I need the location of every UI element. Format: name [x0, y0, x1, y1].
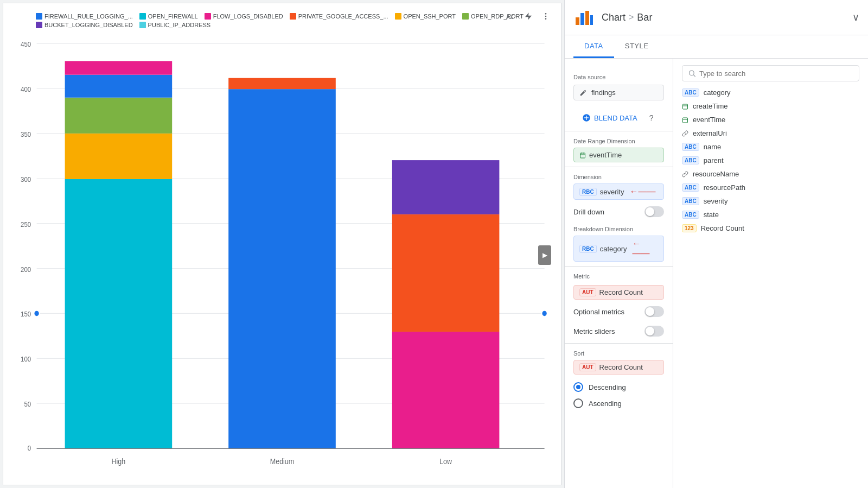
metric-chip[interactable]: AUT Record Count: [573, 285, 664, 300]
available-fields-panel: ABC category createTime eventTime extern…: [673, 59, 868, 488]
sort-label: Sort: [573, 350, 664, 357]
field-item-parent[interactable]: ABC parent: [678, 154, 864, 167]
chart-svg-wrapper: 450 400 350 300 250 200 150 100 50 0: [9, 30, 556, 479]
bolt-icon[interactable]: [522, 10, 535, 23]
ascending-radio[interactable]: [573, 398, 583, 408]
legend-item: PRIVATE_GOOGLE_ACCESS_...: [290, 13, 388, 20]
optional-metrics-toggle[interactable]: [644, 306, 664, 317]
svg-text:AZ: AZ: [506, 14, 514, 20]
field-type-badge: 123: [682, 224, 697, 232]
descending-label: Descending: [589, 383, 626, 391]
field-item-record-count[interactable]: 123 Record Count: [678, 221, 864, 235]
data-source-chip[interactable]: findings: [573, 85, 664, 100]
help-icon[interactable]: ?: [649, 113, 654, 122]
breakdown-value: category: [600, 245, 627, 253]
metric-sliders-label: Metric sliders: [573, 327, 615, 335]
field-type-badge: ABC: [682, 197, 699, 205]
right-panel: Chart > Bar ∨ DATA STYLE Data source fin…: [564, 0, 868, 488]
az-icon[interactable]: AZ: [505, 10, 518, 23]
svg-text:High: High: [112, 457, 126, 466]
sort-chip[interactable]: AUT Record Count: [573, 360, 664, 375]
ascending-radio-row[interactable]: Ascending: [565, 395, 673, 411]
svg-text:350: 350: [21, 130, 31, 138]
search-icon: [688, 69, 696, 78]
legend-item: BUCKET_LOGGING_DISABLED: [36, 22, 133, 28]
expand-icon[interactable]: ∨: [852, 11, 859, 23]
tab-style[interactable]: STYLE: [614, 35, 660, 58]
field-type-badge: ABC: [682, 143, 699, 151]
svg-rect-25: [65, 179, 173, 448]
more-icon[interactable]: [539, 10, 552, 23]
svg-rect-27: [65, 98, 173, 134]
dimension-section: Dimension RBC severity ←——: [565, 169, 673, 202]
chart-type: Bar: [637, 12, 652, 23]
field-item-name[interactable]: ABC name: [678, 140, 864, 154]
field-item-category[interactable]: ABC category: [678, 86, 864, 99]
svg-rect-34: [392, 160, 500, 214]
divider: [565, 343, 673, 344]
date-range-value: eventTime: [589, 151, 622, 159]
sort-section: Sort AUT Record Count: [565, 346, 673, 379]
title-separator: >: [629, 12, 634, 22]
field-item-resourcepath[interactable]: ABC resourcePath: [678, 181, 864, 194]
svg-text:200: 200: [21, 265, 31, 274]
field-type-badge: ABC: [682, 211, 699, 219]
toggle-knob: [646, 327, 654, 335]
field-item-eventtime[interactable]: eventTime: [678, 113, 864, 126]
field-item-externaluri[interactable]: externalUri: [678, 126, 864, 140]
breakdown-section: Breakdown Dimension RBC category ←——: [565, 221, 673, 264]
field-item-severity[interactable]: ABC severity: [678, 194, 864, 208]
metric-type-badge: AUT: [579, 288, 596, 296]
svg-text:150: 150: [21, 310, 31, 319]
dimension-chip[interactable]: RBC severity ←——: [573, 183, 664, 200]
svg-rect-44: [590, 15, 593, 25]
field-item-createtime[interactable]: createTime: [678, 99, 864, 113]
svg-rect-33: [392, 214, 500, 332]
svg-point-39: [34, 310, 39, 316]
chart-nav-button[interactable]: ▶: [538, 245, 551, 265]
svg-rect-29: [65, 61, 173, 74]
svg-text:450: 450: [21, 40, 31, 48]
svg-text:100: 100: [21, 356, 31, 364]
bar-chart: 450 400 350 300 250 200 150 100 50 0: [14, 30, 550, 474]
legend-item: PUBLIC_IP_ADDRESS: [139, 22, 211, 28]
search-input[interactable]: [699, 69, 853, 78]
svg-text:Low: Low: [439, 457, 452, 466]
data-source-section: Data source findings: [565, 67, 673, 107]
field-type-badge: ABC: [682, 88, 699, 97]
svg-rect-43: [585, 11, 589, 25]
date-range-chip[interactable]: eventTime: [573, 148, 664, 162]
field-type-badge: ABC: [682, 156, 699, 164]
svg-point-2: [545, 13, 547, 15]
svg-rect-56: [683, 118, 688, 123]
field-label: externalUri: [693, 129, 727, 137]
blend-data-button[interactable]: BLEND DATA: [573, 109, 646, 126]
descending-radio[interactable]: [573, 382, 583, 392]
svg-rect-47: [584, 117, 589, 118]
red-arrow-dimension: ←——: [629, 187, 655, 197]
metric-sliders-toggle[interactable]: [644, 326, 664, 337]
breakdown-chip[interactable]: RBC category ←——: [573, 236, 664, 262]
svg-text:Medium: Medium: [270, 457, 294, 466]
drill-down-toggle[interactable]: [644, 206, 664, 217]
field-label: eventTime: [693, 116, 725, 124]
descending-radio-row[interactable]: Descending: [565, 379, 673, 395]
dimension-type-badge: RBC: [579, 188, 597, 196]
field-label: name: [704, 143, 722, 151]
blend-data-label: BLEND DATA: [594, 114, 637, 122]
legend-item: OPEN_SSH_PORT: [395, 13, 456, 20]
chart-toolbar: AZ: [500, 8, 557, 25]
svg-rect-32: [392, 332, 500, 448]
panel-tabs: DATA STYLE: [565, 35, 868, 59]
tab-data[interactable]: DATA: [573, 35, 614, 58]
svg-rect-54: [683, 104, 688, 109]
red-arrow-breakdown: ←——: [633, 239, 658, 258]
svg-point-40: [541, 310, 547, 316]
field-label: createTime: [693, 102, 728, 110]
field-label: resourcePath: [704, 183, 745, 192]
field-item-state[interactable]: ABC state: [678, 208, 864, 221]
legend-label: PRIVATE_GOOGLE_ACCESS_...: [298, 13, 388, 20]
legend-label: BUCKET_LOGGING_DISABLED: [44, 22, 133, 28]
link-icon: [682, 130, 688, 137]
field-item-resourcename[interactable]: resourceName: [678, 167, 864, 181]
